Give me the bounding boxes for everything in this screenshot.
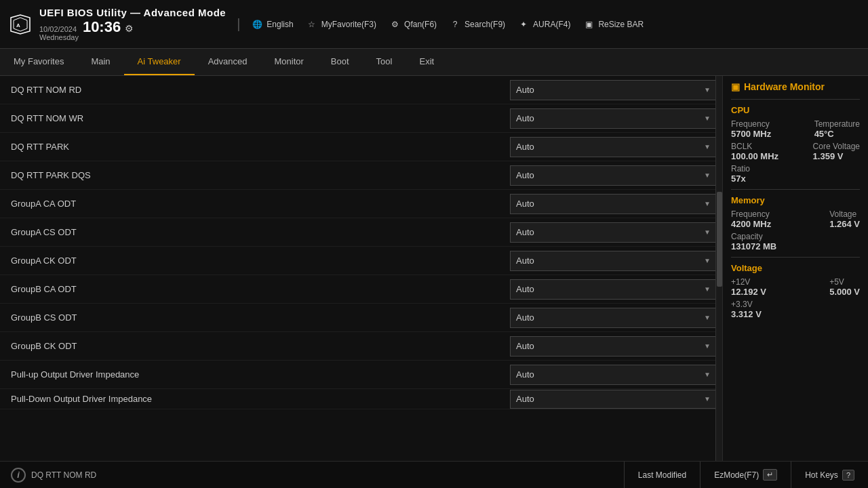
chevron-down-icon: ▼ [704, 285, 711, 293]
hw-ratio-row: Ratio 57x [731, 164, 860, 184]
table-row: GroupA CA ODT Auto ▼ [0, 190, 722, 218]
setting-value-dq-rtt-park-dqs: Auto ▼ [510, 165, 717, 186]
header-divider: | [237, 16, 240, 32]
setting-label-dq-rtt-park: DQ RTT PARK [11, 142, 510, 152]
nav-myfavorites[interactable]: My Favorites [0, 49, 77, 75]
dropdown-groupb-ck-odt[interactable]: Auto ▼ [510, 336, 717, 357]
nav-advanced[interactable]: Advanced [195, 49, 261, 75]
hw-cpu-temp-label: Temperature [814, 119, 860, 129]
table-row: Pull-up Output Driver Impedance Auto ▼ [0, 361, 722, 389]
setting-value-groupa-ca-odt: Auto ▼ [510, 194, 717, 214]
tool-english-label: English [267, 20, 293, 29]
tool-aura[interactable]: ✦ AURA(F4) [517, 18, 570, 30]
main-layout: DQ RTT NOM RD Auto ▼ DQ RTT NOM WR Auto … [0, 76, 868, 461]
dropdown-groupb-ca-odt[interactable]: Auto ▼ [510, 279, 717, 300]
setting-value-dq-rtt-park: Auto ▼ [510, 137, 717, 157]
tool-search[interactable]: ? Search(F9) [449, 18, 505, 30]
chevron-down-icon: ▼ [704, 395, 711, 403]
hw-bclk-row: BCLK 100.00 MHz Core Voltage 1.359 V [731, 142, 860, 161]
hw-mem-capacity-value: 131072 MB [731, 241, 776, 251]
dropdown-dq-rtt-nom-wr[interactable]: Auto ▼ [510, 108, 717, 129]
nav-exit[interactable]: Exit [406, 49, 448, 75]
hotkeys-key-badge: ? [842, 470, 854, 481]
hotkeys-button[interactable]: Hot Keys ? [791, 462, 868, 489]
setting-label-groupa-ck-odt: GroupA CK ODT [11, 256, 510, 266]
dropdown-dq-rtt-park-dqs[interactable]: Auto ▼ [510, 165, 717, 186]
tool-search-label: Search(F9) [465, 20, 505, 29]
dropdown-groupb-cs-odt[interactable]: Auto ▼ [510, 308, 717, 328]
hw-v5-label: +5V [829, 277, 860, 287]
status-left: i DQ RTT NOM RD [0, 468, 624, 483]
search-icon: ? [449, 18, 461, 30]
nav-aitweaker[interactable]: Ai Tweaker [124, 49, 195, 75]
tool-resizebar[interactable]: ▣ ReSize BAR [583, 18, 644, 30]
dropdown-groupa-cs-odt[interactable]: Auto ▼ [510, 222, 717, 243]
dropdown-groupa-ck-odt[interactable]: Auto ▼ [510, 251, 717, 271]
hw-bclk-value: 100.00 MHz [731, 151, 778, 161]
hw-voltage-section: Voltage [731, 263, 860, 273]
time-display: 10:36 [83, 18, 121, 36]
setting-label-groupb-ca-odt: GroupB CA ODT [11, 284, 510, 294]
hw-core-voltage-label: Core Voltage [813, 142, 860, 151]
setting-value-dq-rtt-nom-rd: Auto ▼ [510, 80, 717, 100]
tool-english[interactable]: 🌐 English [251, 18, 293, 30]
setting-value-groupa-cs-odt: Auto ▼ [510, 222, 717, 243]
status-right: Last Modified EzMode(F7) ↵ Hot Keys ? [624, 462, 868, 489]
hw-mem-voltage-label: Voltage [829, 209, 860, 219]
hw-cpu-freq-row: Frequency 5700 MHz Temperature 45°C [731, 119, 860, 139]
nav-main[interactable]: Main [77, 49, 123, 75]
table-row: GroupB CA ODT Auto ▼ [0, 275, 722, 304]
hw-cpu-freq-label: Frequency [731, 119, 771, 129]
setting-value-groupa-ck-odt: Auto ▼ [510, 251, 717, 271]
hw-v12-label: +12V [731, 277, 766, 287]
table-row: DQ RTT PARK DQS Auto ▼ [0, 161, 722, 190]
info-icon: i [11, 468, 26, 483]
hw-core-voltage-value: 1.359 V [813, 151, 860, 161]
nav-tool[interactable]: Tool [363, 49, 406, 75]
hw-bclk-label: BCLK [731, 142, 778, 151]
tool-resizebar-label: ReSize BAR [598, 20, 644, 29]
tool-qfan[interactable]: ⚙ Qfan(F6) [389, 18, 437, 30]
chevron-down-icon: ▼ [704, 342, 711, 350]
setting-label-groupa-ca-odt: GroupA CA ODT [11, 199, 510, 209]
nav-bar: My Favorites Main Ai Tweaker Advanced Mo… [0, 49, 868, 76]
scrollbar-thumb[interactable] [717, 192, 722, 287]
hw-v5-value: 5.000 V [829, 287, 860, 297]
table-row: DQ RTT NOM WR Auto ▼ [0, 104, 722, 133]
scrollbar-track[interactable] [715, 76, 722, 461]
dropdown-pulldown-output[interactable]: Auto ▼ [510, 390, 717, 409]
hw-mem-capacity-row: Capacity 131072 MB [731, 232, 860, 251]
nav-monitor[interactable]: Monitor [261, 49, 317, 75]
tool-myfavorite-label: MyFavorite(F3) [321, 20, 376, 29]
monitor-icon: ▣ [731, 81, 740, 92]
globe-icon: 🌐 [251, 18, 263, 30]
status-description: DQ RTT NOM RD [31, 470, 96, 480]
dropdown-dq-rtt-nom-rd[interactable]: Auto ▼ [510, 80, 717, 100]
chevron-down-icon: ▼ [704, 228, 711, 236]
tool-myfavorite[interactable]: ☆ MyFavorite(F3) [306, 18, 376, 30]
setting-label-dq-rtt-nom-wr: DQ RTT NOM WR [11, 113, 510, 123]
hw-mem-capacity-label: Capacity [731, 232, 776, 241]
table-row: DQ RTT NOM RD Auto ▼ [0, 76, 722, 104]
ezmode-button[interactable]: EzMode(F7) ↵ [700, 462, 791, 489]
logo-area: A UEFI BIOS Utility — Advanced Mode 10/0… [8, 7, 226, 41]
chevron-down-icon: ▼ [704, 86, 711, 94]
setting-label-groupb-ck-odt: GroupB CK ODT [11, 341, 510, 351]
hw-v33-label: +3.3V [731, 300, 762, 309]
ezmode-key-badge: ↵ [763, 469, 777, 481]
header: A UEFI BIOS Utility — Advanced Mode 10/0… [0, 0, 868, 49]
asus-logo-icon: A [8, 12, 33, 37]
setting-label-groupa-cs-odt: GroupA CS ODT [11, 227, 510, 237]
tool-qfan-label: Qfan(F6) [404, 20, 437, 29]
nav-boot[interactable]: Boot [317, 49, 363, 75]
settings-icon[interactable]: ⚙ [125, 23, 134, 34]
last-modified-label: Last Modified [638, 470, 686, 480]
setting-label-pulldown-output: Pull-Down Output Driver Impedance [11, 394, 510, 404]
dropdown-groupa-ca-odt[interactable]: Auto ▼ [510, 194, 717, 214]
dropdown-pullup-output[interactable]: Auto ▼ [510, 365, 717, 385]
fan-icon: ⚙ [389, 18, 401, 30]
last-modified-button[interactable]: Last Modified [624, 462, 700, 489]
settings-list: DQ RTT NOM RD Auto ▼ DQ RTT NOM WR Auto … [0, 76, 722, 409]
hw-cpu-temp-value: 45°C [814, 129, 860, 139]
dropdown-dq-rtt-park[interactable]: Auto ▼ [510, 137, 717, 157]
